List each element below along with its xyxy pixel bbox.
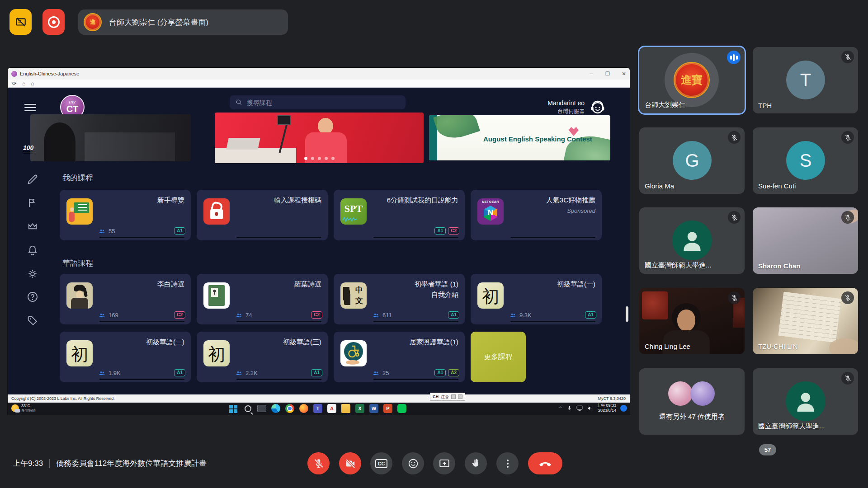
participant-tile[interactable]: S Sue-fen Cuti <box>753 127 858 194</box>
account-menu[interactable]: MandarinLeo 台灣伺服器 <box>547 99 606 116</box>
participant-tile[interactable]: TZU-CHI LIN <box>753 288 858 354</box>
help-icon[interactable] <box>26 291 39 303</box>
course-card[interactable]: 初 初級華語(一) 9.3K A1 <box>471 274 602 324</box>
file-explorer-icon[interactable] <box>341 404 350 413</box>
home-icon[interactable]: ⌂ <box>22 81 25 86</box>
camera-off-icon <box>344 458 356 469</box>
banner-carousel-active[interactable] <box>215 113 424 163</box>
recording-indicator-button[interactable] <box>42 9 65 35</box>
participant-tile[interactable]: Ching Ling Lee <box>639 288 745 354</box>
teams-icon[interactable]: T <box>313 404 322 413</box>
windows-start-icon[interactable] <box>229 404 238 413</box>
close-button[interactable]: ✕ <box>621 71 627 77</box>
mic-off-icon <box>313 458 325 469</box>
copyright-text: Copyright (C) 2002-2023 L Labs Inc. All … <box>11 394 115 403</box>
system-tray[interactable]: ⌃ 上午 09:33 2023/8/14 <box>559 403 627 413</box>
window-titlebar: English-Chinese-Japanese ─ ❐ ✕ <box>8 68 630 80</box>
raise-hand-button[interactable] <box>465 452 487 474</box>
weather-icon <box>11 404 19 412</box>
participants-count-badge: 57 <box>759 444 776 455</box>
taskbar-search-icon[interactable] <box>245 405 251 412</box>
taskbar-weather-widget[interactable]: 33°C 多雲時晴 <box>11 404 36 413</box>
progress-bar <box>236 237 321 238</box>
taskbar-clock[interactable]: 上午 09:33 2023/8/14 <box>597 403 616 413</box>
banner-photo[interactable] <box>30 114 191 161</box>
avatar: T <box>786 61 825 99</box>
tag-icon[interactable] <box>26 314 39 327</box>
spt-test-icon: SPT <box>340 198 367 225</box>
participant-tile[interactable]: Sharon Chan <box>753 207 858 274</box>
tray-display-icon[interactable] <box>576 405 583 411</box>
tray-mic-icon[interactable] <box>566 405 572 411</box>
ime-settings-icon[interactable] <box>458 394 462 399</box>
course-card[interactable]: 初 初級華語(二) 1.9K A1 <box>60 332 191 382</box>
window-scrollbar[interactable] <box>626 306 628 322</box>
overflow-participants-tile[interactable]: 還有另外 47 位使用者 <box>639 368 745 435</box>
participant-tile[interactable]: 國立臺灣師範大學進... <box>639 207 745 274</box>
ime-tool-icon[interactable] <box>451 394 456 399</box>
minimize-button[interactable]: ─ <box>588 71 594 76</box>
menu-button[interactable] <box>24 104 36 111</box>
home-alt-icon[interactable]: ⌂ <box>31 81 34 86</box>
crown-icon[interactable] <box>26 220 39 233</box>
presentation-paused-button[interactable] <box>9 9 32 35</box>
chrome-icon[interactable] <box>285 404 294 413</box>
course-card[interactable]: 居家照護華語(1) 25 A1 A2 <box>334 332 465 382</box>
smile-icon <box>407 458 419 469</box>
account-server: 台灣伺服器 <box>547 108 585 115</box>
sponsored-card[interactable]: NETGEARN 人氣3C好物推薦 Sponsored <box>471 190 602 240</box>
participant-tile[interactable]: G Gloria Ma <box>639 127 745 194</box>
notification-badge[interactable] <box>620 405 627 412</box>
progress-bar <box>99 379 184 380</box>
restore-button[interactable]: ❐ <box>604 71 611 77</box>
tray-chevron-icon[interactable]: ⌃ <box>559 406 562 411</box>
firefox-icon[interactable] <box>299 404 308 413</box>
students-icon <box>99 228 105 235</box>
participant-tile[interactable]: 國立臺灣師範大學進... <box>753 368 858 435</box>
line-app-icon[interactable] <box>397 404 406 413</box>
acrobat-icon[interactable]: A <box>327 404 336 413</box>
participant-tile[interactable]: 進寶 台師大劉崇仁 <box>639 47 745 113</box>
cc-icon: CC <box>375 459 388 468</box>
pencil-icon[interactable] <box>26 173 39 186</box>
course-card[interactable]: 輸入課程授權碼 <box>197 190 328 240</box>
captions-button[interactable]: CC <box>370 452 392 474</box>
bell-icon[interactable] <box>26 244 39 257</box>
powerpoint-icon[interactable]: P <box>383 404 392 413</box>
course-card[interactable]: 李白詩選 169 C2 <box>60 274 191 324</box>
reload-icon[interactable]: ⟳ <box>12 81 17 86</box>
course-card[interactable]: 羅葉詩選 74 C2 <box>197 274 328 324</box>
banner-contest[interactable]: August English Speaking Contest <box>429 115 610 160</box>
ime-language-bar[interactable]: CH 注音 <box>430 393 465 401</box>
word-icon[interactable]: W <box>369 404 378 413</box>
course-card[interactable]: 中文 初學者華語 (1) 自我介紹 611 A1 <box>334 274 465 324</box>
course-card[interactable]: 新手導覽 55 A1 <box>60 190 191 240</box>
search-input[interactable] <box>230 95 406 109</box>
leave-call-button[interactable] <box>528 452 562 474</box>
flag-report-icon[interactable] <box>26 197 39 209</box>
more-options-button[interactable] <box>496 452 519 474</box>
avatar-person-icon <box>786 381 826 421</box>
task-view-icon[interactable] <box>257 405 266 412</box>
edge-icon[interactable] <box>271 404 280 413</box>
present-button[interactable] <box>433 452 455 474</box>
avatar: G <box>673 141 712 180</box>
participant-tile[interactable]: T TPH <box>753 47 858 113</box>
student-count: 1.9K <box>108 370 121 376</box>
carousel-dots[interactable] <box>215 157 424 160</box>
presenting-chip[interactable]: 進 台師大劉崇仁 (分享螢幕畫面) <box>78 9 288 35</box>
more-courses-button[interactable]: 更多課程 <box>471 332 526 382</box>
course-card[interactable]: 初 初級華語(三) 2.2K A1 <box>197 332 328 382</box>
course-card[interactable]: SPT 6分鐘測試我的口說能力 A1 C2 <box>334 190 465 240</box>
gear-icon[interactable] <box>26 267 39 280</box>
progress-bar <box>373 237 458 238</box>
camera-toggle-button[interactable] <box>339 452 361 474</box>
tray-volume-icon[interactable] <box>587 405 593 411</box>
mic-toggle-button[interactable] <box>307 452 330 474</box>
section-title: 我的課程 <box>62 173 93 183</box>
avatar <box>690 381 715 406</box>
students-icon <box>99 370 105 376</box>
reactions-button[interactable] <box>402 452 424 474</box>
students-icon <box>373 370 379 376</box>
excel-icon[interactable]: X <box>355 404 364 413</box>
